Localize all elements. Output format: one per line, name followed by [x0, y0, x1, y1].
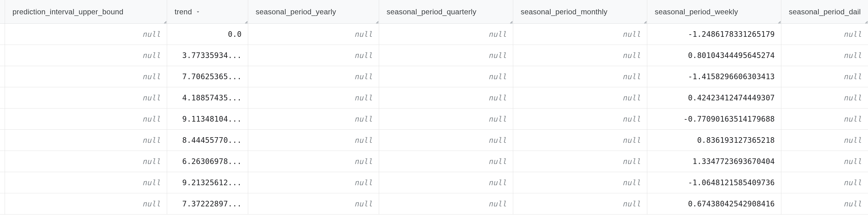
table-cell[interactable]: null: [781, 87, 868, 108]
table-cell[interactable]: null: [781, 130, 868, 151]
table-cell[interactable]: -1.0648121585409736: [647, 172, 781, 193]
table-cell[interactable]: null: [781, 66, 868, 87]
column-header-prediction-interval-upper-bound[interactable]: prediction_interval_upper_bound: [5, 0, 167, 23]
table-cell[interactable]: null: [513, 66, 647, 87]
table-cell[interactable]: 0.0: [167, 24, 248, 44]
table-cell[interactable]: null: [781, 24, 868, 44]
resize-handle-icon[interactable]: [243, 19, 248, 23]
table-cell[interactable]: null: [379, 87, 513, 108]
null-value: null: [843, 115, 862, 123]
table-cell[interactable]: 8.44455770...: [167, 130, 248, 151]
table-cell[interactable]: 3.77335934...: [167, 45, 248, 66]
table-cell[interactable]: null: [379, 193, 513, 214]
table-row[interactable]: null8.44455770...nullnullnull0.836193127…: [0, 130, 868, 151]
table-cell[interactable]: null: [379, 66, 513, 87]
table-cell[interactable]: -1.2486178331265179: [647, 24, 781, 44]
table-cell[interactable]: null: [513, 24, 647, 44]
resize-handle-icon[interactable]: [374, 19, 379, 23]
table-row[interactable]: null9.11348104...nullnullnull-0.77090163…: [0, 108, 868, 130]
null-value: null: [843, 30, 862, 39]
table-cell[interactable]: null: [5, 87, 167, 108]
table-cell[interactable]: null: [781, 151, 868, 172]
resize-handle-icon[interactable]: [863, 19, 868, 23]
table-cell[interactable]: null: [248, 45, 379, 66]
table-cell[interactable]: null: [379, 45, 513, 66]
column-header-seasonal-period-monthly[interactable]: seasonal_period_monthly: [513, 0, 647, 23]
table-cell[interactable]: null: [513, 172, 647, 193]
resize-handle-icon[interactable]: [508, 19, 513, 23]
table-cell[interactable]: null: [781, 172, 868, 193]
table-cell[interactable]: null: [5, 108, 167, 129]
table-cell[interactable]: null: [513, 108, 647, 129]
null-value: null: [488, 199, 507, 208]
table-row[interactable]: null9.21325612...nullnullnull-1.06481215…: [0, 172, 868, 193]
table-cell[interactable]: null: [248, 130, 379, 151]
table-cell[interactable]: -1.4158296606303413: [647, 66, 781, 87]
table-cell[interactable]: 6.26306978...: [167, 151, 248, 172]
column-label: seasonal_period_quarterly: [386, 7, 476, 16]
table-cell[interactable]: 9.21325612...: [167, 172, 248, 193]
table-cell[interactable]: null: [248, 87, 379, 108]
table-cell[interactable]: null: [379, 151, 513, 172]
column-header-trend[interactable]: trend: [167, 0, 248, 23]
table-cell[interactable]: null: [513, 45, 647, 66]
column-header-seasonal-period-quarterly[interactable]: seasonal_period_quarterly: [379, 0, 513, 23]
table-row[interactable]: null7.70625365...nullnullnull-1.41582966…: [0, 66, 868, 87]
column-header-seasonal-period-yearly[interactable]: seasonal_period_yearly: [248, 0, 379, 23]
table-cell[interactable]: null: [513, 151, 647, 172]
null-value: null: [843, 72, 862, 81]
table-cell[interactable]: 0.836193127365218: [647, 130, 781, 151]
table-cell[interactable]: 0.67438042542908416: [647, 193, 781, 214]
null-value: null: [354, 199, 373, 208]
table-cell[interactable]: null: [781, 108, 868, 129]
table-cell[interactable]: null: [379, 130, 513, 151]
table-cell[interactable]: null: [5, 66, 167, 87]
sort-descending-icon[interactable]: [195, 9, 201, 14]
table-cell[interactable]: null: [513, 130, 647, 151]
table-cell[interactable]: null: [248, 108, 379, 129]
row-leading-spacer: [0, 66, 5, 87]
table-cell[interactable]: null: [5, 24, 167, 44]
null-value: null: [142, 157, 161, 166]
table-row[interactable]: null3.77335934...nullnullnull0.801043444…: [0, 45, 868, 66]
null-value: null: [622, 136, 641, 145]
table-cell[interactable]: 0.42423412474449307: [647, 87, 781, 108]
null-value: null: [488, 94, 507, 102]
resize-handle-icon[interactable]: [162, 19, 167, 23]
table-cell[interactable]: null: [5, 151, 167, 172]
table-cell[interactable]: null: [248, 193, 379, 214]
table-row[interactable]: null0.0nullnullnull-1.2486178331265179nu…: [0, 24, 868, 45]
table-cell[interactable]: 7.37222897...: [167, 193, 248, 214]
table-cell[interactable]: null: [379, 24, 513, 44]
table-cell[interactable]: 7.70625365...: [167, 66, 248, 87]
table-cell[interactable]: null: [248, 172, 379, 193]
table-row[interactable]: null7.37222897...nullnullnull0.674380425…: [0, 193, 868, 215]
table-cell[interactable]: null: [5, 172, 167, 193]
table-cell[interactable]: null: [379, 172, 513, 193]
table-body: null0.0nullnullnull-1.2486178331265179nu…: [0, 24, 868, 215]
table-cell[interactable]: 4.18857435...: [167, 87, 248, 108]
null-value: null: [622, 115, 641, 123]
null-value: null: [142, 199, 161, 208]
column-header-seasonal-period-daily[interactable]: seasonal_period_dail: [781, 0, 868, 23]
table-cell[interactable]: null: [248, 151, 379, 172]
table-row[interactable]: null4.18857435...nullnullnull0.424234124…: [0, 87, 868, 108]
table-cell[interactable]: null: [5, 45, 167, 66]
table-cell[interactable]: null: [513, 193, 647, 214]
table-cell[interactable]: 9.11348104...: [167, 108, 248, 129]
resize-handle-icon[interactable]: [642, 19, 647, 23]
table-cell[interactable]: -0.77090163514179688: [647, 108, 781, 129]
table-cell[interactable]: null: [379, 108, 513, 129]
table-cell[interactable]: null: [248, 24, 379, 44]
column-header-seasonal-period-weekly[interactable]: seasonal_period_weekly: [647, 0, 781, 23]
table-cell[interactable]: 1.3347723693670404: [647, 151, 781, 172]
table-cell[interactable]: null: [781, 45, 868, 66]
table-cell[interactable]: null: [5, 193, 167, 214]
table-cell[interactable]: null: [248, 66, 379, 87]
table-row[interactable]: null6.26306978...nullnullnull1.334772369…: [0, 151, 868, 172]
table-cell[interactable]: null: [781, 193, 868, 214]
table-cell[interactable]: null: [513, 87, 647, 108]
table-cell[interactable]: null: [5, 130, 167, 151]
table-cell[interactable]: 0.80104344495645274: [647, 45, 781, 66]
resize-handle-icon[interactable]: [776, 19, 781, 23]
